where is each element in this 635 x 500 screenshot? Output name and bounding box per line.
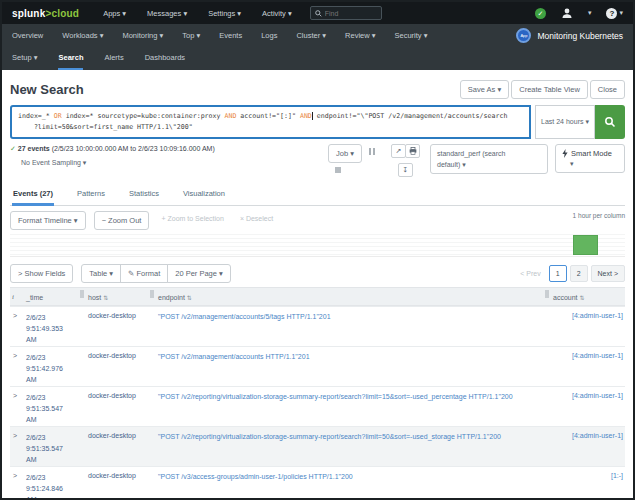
- tab-visualization[interactable]: Visualization: [182, 183, 226, 206]
- nav-logs[interactable]: Logs: [261, 31, 277, 40]
- menu-settings[interactable]: Settings ▾: [208, 9, 241, 18]
- col-host[interactable]: host⇅: [88, 293, 158, 301]
- nav-overview[interactable]: Overview: [12, 31, 43, 40]
- nav-events[interactable]: Events: [219, 31, 242, 40]
- subnav-search[interactable]: Search: [58, 47, 83, 70]
- event-ampm: AM: [26, 374, 88, 385]
- menu-messages[interactable]: Messages ▾: [147, 9, 187, 18]
- event-ampm: AM: [26, 454, 88, 465]
- time-cell: 2/6/23 9:51:24.846 AM: [26, 472, 88, 500]
- close-button[interactable]: Close: [590, 80, 625, 99]
- per-page-dropdown[interactable]: 20 Per Page ▾: [167, 264, 231, 283]
- event-sampling-dropdown[interactable]: No Event Sampling ▾: [10, 158, 215, 168]
- column-resize-handle[interactable]: [545, 290, 549, 298]
- nav-security[interactable]: Security ▾: [395, 31, 428, 40]
- expand-row-icon[interactable]: >: [10, 312, 26, 319]
- nav-top[interactable]: Top ▾: [182, 31, 200, 40]
- event-ampm: AM: [26, 414, 88, 425]
- format-timeline-button[interactable]: Format Timeline ▾: [10, 211, 86, 230]
- menu-apps[interactable]: Apps ▾: [103, 9, 126, 18]
- account-cell[interactable]: [4:admin-user-1]: [553, 432, 625, 439]
- nav-cluster[interactable]: Cluster ▾: [296, 31, 326, 40]
- tab-patterns[interactable]: Patterns: [76, 183, 106, 206]
- expand-row-icon[interactable]: >: [10, 472, 26, 479]
- zoom-out-button[interactable]: − Zoom Out: [94, 211, 150, 230]
- smart-mode-dropdown[interactable]: Smart Mode ▾: [555, 144, 625, 173]
- col-host-label: host: [88, 294, 101, 301]
- tab-events[interactable]: Events (27): [12, 183, 54, 206]
- account-cell[interactable]: [4:admin-user-1]: [553, 312, 625, 319]
- save-as-button[interactable]: Save As ▾: [460, 80, 509, 99]
- column-resize-handle[interactable]: [80, 290, 84, 298]
- subnav-dashboards[interactable]: Dashboards: [145, 47, 185, 70]
- nav-workloads[interactable]: Workloads ▾: [62, 31, 103, 40]
- help-menu[interactable]: ? ▾: [606, 8, 623, 19]
- endpoint-cell[interactable]: "POST /v2/management/accounts/5/tags HTT…: [158, 312, 553, 323]
- page-header: New Search Save As ▾ Create Table View C…: [10, 79, 625, 100]
- endpoint-cell[interactable]: "POST /v3/access-groups/admin-user-1/pol…: [158, 472, 553, 483]
- job-controls: Job ▾ ↗ ↧ standard_perf (search default)…: [328, 144, 625, 178]
- next-page-button[interactable]: Next >: [591, 265, 625, 282]
- splunk-cloud-logo[interactable]: splunk>cloud: [12, 8, 79, 19]
- subnav-alerts[interactable]: Alerts: [104, 47, 123, 70]
- user-icon[interactable]: [561, 7, 573, 19]
- page-2-button[interactable]: 2: [570, 265, 588, 282]
- host-cell[interactable]: docker-desktop: [88, 392, 158, 399]
- event-count: 27 events: [18, 145, 50, 152]
- export-icon[interactable]: ↧: [398, 163, 413, 177]
- col-time-label: _time: [26, 294, 43, 301]
- timeline-bar[interactable]: [573, 235, 598, 255]
- menu-activity[interactable]: Activity ▾: [262, 9, 292, 18]
- nav-monitoring[interactable]: Monitoring ▾: [122, 31, 163, 40]
- tab-statistics[interactable]: Statistics: [128, 183, 160, 206]
- account-cell[interactable]: [4:admin-user-1]: [553, 352, 625, 359]
- account-cell[interactable]: [4:admin-user-1]: [553, 392, 625, 399]
- events-table: i _time host⇅ endpoint⇅ account⇅ > 2/6/2…: [10, 287, 625, 500]
- zoom-to-selection-button: + Zoom to Selection: [157, 211, 227, 226]
- time-range-picker[interactable]: Last 24 hours ▾: [535, 105, 595, 139]
- page-1-button[interactable]: 1: [549, 265, 567, 282]
- health-check-icon[interactable]: ✓: [535, 8, 546, 19]
- share-icon[interactable]: ↗: [391, 144, 406, 158]
- find-search-box[interactable]: [310, 6, 382, 20]
- search-bar: index=_* OR index=* sourcetype=kube:cont…: [10, 105, 625, 139]
- run-search-button[interactable]: [595, 105, 625, 139]
- account-caret-icon[interactable]: ▾: [588, 9, 592, 17]
- expand-row-icon[interactable]: >: [10, 392, 26, 399]
- print-icon[interactable]: [405, 144, 420, 158]
- smart-mode-label: Smart Mode: [571, 148, 612, 159]
- view-button-group: Table ▾ ✎ Format 20 Per Page ▾: [81, 264, 230, 283]
- find-input[interactable]: [325, 10, 377, 17]
- pause-icon[interactable]: [369, 148, 375, 155]
- account-cell[interactable]: [1:-]: [553, 472, 625, 479]
- stop-icon[interactable]: [335, 167, 341, 173]
- expand-row-icon[interactable]: >: [10, 352, 26, 359]
- results-tabs: Events (27) Patterns Statistics Visualiz…: [10, 183, 625, 206]
- host-cell[interactable]: docker-desktop: [88, 312, 158, 319]
- host-cell[interactable]: docker-desktop: [88, 472, 158, 479]
- col-account[interactable]: account⇅: [553, 293, 625, 301]
- format-button[interactable]: ✎ Format: [120, 264, 168, 283]
- table-view-dropdown[interactable]: Table ▾: [81, 264, 121, 283]
- column-resize-handle[interactable]: [150, 290, 154, 298]
- top-bar: splunk>cloud Apps ▾ Messages ▾ Settings …: [2, 2, 633, 24]
- endpoint-cell[interactable]: "POST /v2/reporting/virtualization-stora…: [158, 432, 553, 443]
- deselect-button: × Deselect: [236, 211, 277, 226]
- expand-row-icon[interactable]: >: [10, 432, 26, 439]
- endpoint-cell[interactable]: "POST /v2/reporting/virtualization-stora…: [158, 392, 553, 403]
- endpoint-cell[interactable]: "POST /v2/management/accounts HTTP/1.1"2…: [158, 352, 553, 363]
- show-fields-button[interactable]: > Show Fields: [10, 264, 73, 283]
- search-query-input[interactable]: index=_* OR index=* sourcetype=kube:cont…: [10, 105, 531, 139]
- timeline-chart[interactable]: [10, 231, 625, 257]
- col-endpoint[interactable]: endpoint⇅: [158, 293, 553, 301]
- header-buttons: Save As ▾ Create Table View Close: [460, 80, 625, 99]
- create-table-view-button[interactable]: Create Table View: [511, 80, 588, 99]
- col-time[interactable]: _time: [26, 293, 88, 301]
- job-menu-button[interactable]: Job ▾: [328, 144, 362, 163]
- subnav-setup[interactable]: Setup ▾: [12, 47, 37, 70]
- search-mode-perf-dropdown[interactable]: standard_perf (search default) ▾: [430, 144, 548, 174]
- job-button-group: Job ▾: [328, 144, 384, 178]
- nav-review[interactable]: Review ▾: [345, 31, 375, 40]
- host-cell[interactable]: docker-desktop: [88, 352, 158, 359]
- host-cell[interactable]: docker-desktop: [88, 432, 158, 439]
